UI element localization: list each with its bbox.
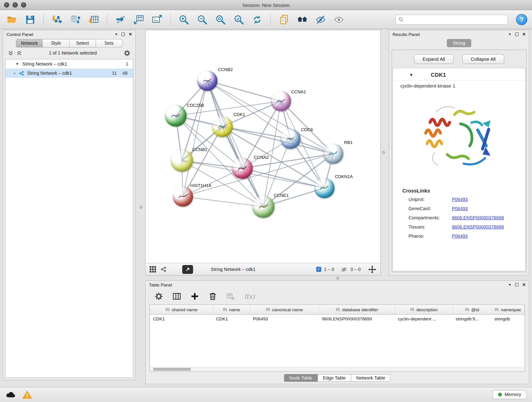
show-details-button[interactable] — [332, 12, 346, 27]
import-network-database-icon — [70, 14, 81, 25]
panel-menu-icon[interactable]: ▾ — [509, 282, 511, 287]
close-panel-icon[interactable]: × — [522, 32, 526, 37]
string-results-box: Expand All Collapse All ▼ CDK1 cyclin-de… — [392, 50, 526, 272]
expand-all-button[interactable]: Expand All — [414, 54, 453, 64]
scrollbar-thumb[interactable] — [153, 368, 191, 370]
tab-select[interactable]: Select — [70, 39, 96, 47]
memory-button[interactable]: Memory — [493, 390, 527, 399]
table-row[interactable]: CDK1CDK1P064939606.ENSP00000378699cyclin… — [150, 314, 525, 323]
table-panel-header: Table Panel ▾ × — [146, 281, 529, 289]
help-button[interactable]: ? — [516, 14, 527, 25]
network-node-label-ccnb2: CCNB2 — [218, 67, 233, 72]
network-collection-row[interactable]: ▼ String Network – cdk1 1 — [6, 59, 133, 69]
network-view: CCNB2CCNA1CDC25BCDK1CDC6RB1CCNB1CCNA2CDK… — [145, 30, 381, 275]
panel-menu-icon[interactable]: ▾ — [115, 32, 117, 37]
home-views-button[interactable] — [295, 12, 309, 27]
refresh-view-button[interactable] — [250, 12, 264, 27]
crosslink-link[interactable]: P06493 — [452, 234, 468, 239]
copy-button[interactable] — [277, 12, 291, 27]
horizontal-scrollbar[interactable] — [150, 367, 525, 371]
gene-section-header[interactable]: ▼ CDK1 — [393, 68, 525, 80]
grid-view-icon[interactable] — [150, 266, 156, 273]
network-node-cdkn1a[interactable] — [314, 178, 335, 198]
network-node-cdc6[interactable] — [280, 128, 301, 149]
network-tree: ▼ String Network – cdk1 1 ● String Netwo… — [5, 59, 133, 378]
zoom-in-button[interactable] — [177, 12, 191, 27]
save-session-button[interactable] — [23, 12, 37, 27]
tab-network-table[interactable]: Network Table — [351, 374, 391, 382]
hide-details-button[interactable] — [313, 12, 328, 27]
tab-node-table[interactable]: Node Table — [284, 374, 318, 382]
column-header-database-identifier[interactable]: database identifier — [319, 305, 395, 314]
column-header-shared-name[interactable]: shared name — [150, 305, 213, 314]
crosslink-link[interactable]: P06493 — [452, 197, 468, 202]
column-header-namespac[interactable]: namespac — [491, 305, 524, 314]
crosslink-link[interactable]: 9606.ENSP00000378699 — [452, 224, 504, 230]
network-node-cdk1[interactable] — [212, 116, 233, 137]
delete-column-trash-icon[interactable] — [208, 292, 217, 301]
network-options-gear-icon[interactable] — [123, 49, 131, 56]
column-header-name[interactable]: name — [213, 305, 250, 314]
column-header--id[interactable]: @id — [453, 305, 491, 314]
float-panel-icon[interactable] — [515, 283, 518, 287]
section-expand-icon[interactable]: ▼ — [409, 73, 413, 77]
zoom-out-button[interactable] — [195, 12, 209, 27]
network-canvas[interactable]: CCNB2CCNA1CDC25BCDK1CDC6RB1CCNB1CCNA2CDK… — [146, 30, 380, 263]
fit-content-button[interactable] — [182, 265, 193, 274]
search-field[interactable] — [395, 14, 508, 25]
tree-expand-icon[interactable]: ▼ — [16, 62, 19, 66]
zoom-fit-button[interactable] — [213, 12, 228, 27]
warning-icon[interactable] — [22, 390, 32, 399]
import-table-from-file-button[interactable] — [87, 12, 101, 27]
open-session-button[interactable] — [5, 12, 19, 27]
maximize-window-button[interactable] — [21, 2, 26, 7]
tab-sets[interactable]: Sets — [96, 39, 123, 47]
float-panel-icon[interactable] — [515, 32, 518, 36]
table-options-gear-icon[interactable] — [154, 292, 163, 301]
show-columns-icon[interactable] — [172, 292, 181, 301]
column-header-description[interactable]: description — [395, 305, 453, 314]
network-from-selection-button[interactable] — [114, 12, 128, 27]
selected-checkbox-icon[interactable]: ✓ — [316, 267, 321, 272]
network-from-table-button[interactable] — [132, 12, 146, 27]
network-node-ccnb2[interactable] — [197, 70, 217, 91]
tab-network[interactable]: Network — [16, 39, 43, 47]
crosslink-link[interactable]: P06493 — [452, 206, 468, 211]
network-node-rb1[interactable] — [323, 143, 343, 164]
panel-menu-icon[interactable]: ▾ — [509, 32, 511, 37]
network-row-selected[interactable]: ● String Network – cdk1 11 48 — [6, 69, 133, 78]
collapse-all-button[interactable]: Collapse All — [462, 54, 504, 64]
network-node-ccnb1[interactable] — [171, 149, 193, 172]
network-node-cdc25b[interactable] — [165, 105, 187, 127]
tab-edge-table[interactable]: Edge Table — [318, 374, 351, 382]
zoom-selected-button[interactable] — [232, 12, 246, 27]
birdseye-view-icon[interactable] — [160, 266, 167, 273]
cloud-icon[interactable] — [6, 390, 16, 399]
collapse-all-icon[interactable] — [16, 50, 22, 56]
network-node-ccna2[interactable] — [232, 158, 253, 179]
crosslink-link[interactable]: 9606.ENSP00000378699 — [452, 215, 504, 220]
expand-all-icon[interactable] — [8, 50, 13, 56]
horizontal-splitter-handle[interactable] — [336, 277, 339, 280]
vertical-splitter-handle-right[interactable] — [382, 151, 385, 154]
table-toolbar: f(x) — [146, 289, 529, 304]
float-panel-icon[interactable] — [121, 32, 125, 36]
tab-string[interactable]: String — [447, 39, 471, 47]
column-header-canonical-name[interactable]: canonical name — [250, 305, 319, 314]
network-node-hist1h1a[interactable] — [173, 186, 193, 207]
search-input[interactable] — [406, 17, 505, 22]
vertical-splitter-handle-left[interactable] — [139, 206, 143, 209]
import-network-from-database-button[interactable] — [68, 12, 82, 27]
close-panel-icon[interactable]: × — [522, 282, 526, 288]
close-panel-icon[interactable]: × — [129, 32, 132, 37]
network-node-ccne1[interactable] — [252, 196, 274, 218]
add-column-icon[interactable] — [190, 292, 199, 301]
minimize-window-button[interactable] — [13, 2, 18, 7]
tab-style[interactable]: Style — [43, 39, 70, 47]
export-image-button[interactable] — [150, 12, 164, 27]
import-network-from-file-button[interactable] — [50, 12, 64, 27]
close-window-button[interactable] — [4, 2, 9, 7]
pan-move-icon[interactable] — [368, 265, 376, 274]
protein-thumbnail — [236, 162, 249, 175]
network-node-ccna1[interactable] — [271, 91, 291, 111]
